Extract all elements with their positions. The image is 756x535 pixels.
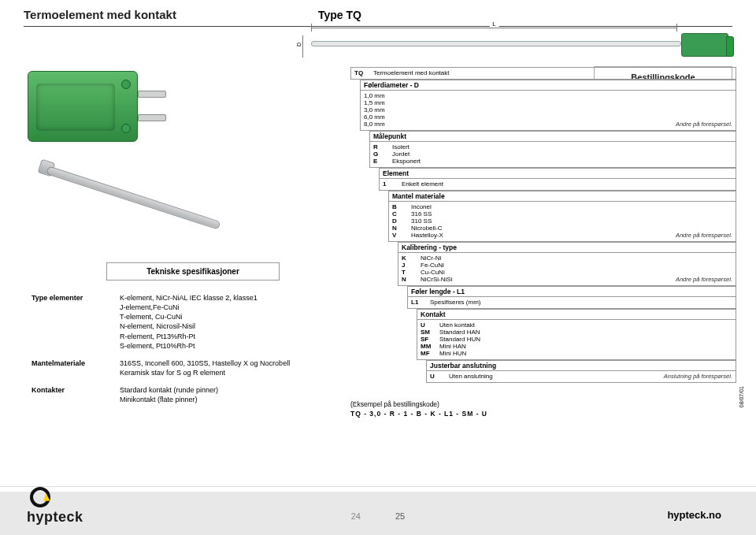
code: L1 <box>411 299 425 306</box>
txt: Inconel <box>411 203 732 210</box>
probe-top-diagram: L D <box>311 24 728 63</box>
txt: Standard HAN <box>439 329 732 336</box>
dimension-diameter: D <box>298 35 306 58</box>
code: N <box>402 276 416 283</box>
txt: Jordet <box>392 150 732 158</box>
txt: Termoelement med kontakt <box>373 69 732 76</box>
logo-mark-icon <box>30 487 50 507</box>
code: MF <box>421 350 435 357</box>
code: C <box>392 210 406 217</box>
type-label: Type TQ <box>318 9 361 21</box>
note: Andre på forespørsel. <box>676 232 732 239</box>
txt: Fe-CuNi <box>421 262 732 269</box>
dim-length-label: L <box>489 20 498 28</box>
order-section-element: Element 1Enkelt element <box>379 168 736 191</box>
section-title: Målepunkt <box>369 131 736 141</box>
spec-row: Type elementer K-element, NiCr-NiAL IEC … <box>32 293 354 351</box>
code: K <box>402 254 416 262</box>
code: T <box>402 269 416 276</box>
txt: Standard HUN <box>439 336 732 343</box>
specs-block: Type elementer K-element, NiCr-NiAL IEC … <box>32 293 354 412</box>
spec-value: 316SS, Inconell 600, 310SS, Hastelloy X … <box>120 359 354 377</box>
code: V <box>392 232 406 239</box>
order-section-mantel: Mantel materiale BInconel C316 SS D310 S… <box>388 191 736 242</box>
example-order-code: (Eksempel på bestillingskode) TQ - 3,0 -… <box>350 400 736 418</box>
plug-large-graphic <box>28 71 169 142</box>
txt: Hastelloy-X <box>411 232 671 239</box>
section-title: Justerbar anslutning <box>426 360 736 370</box>
code: D <box>392 217 406 225</box>
section-title: Føler lengde - L1 <box>407 286 736 296</box>
txt: Cu-CuNi <box>421 269 732 276</box>
note: Anslutning på forespørsel. <box>664 373 732 380</box>
order-section-foler: Føler lengde - L1 L1Spesifiseres (mm) <box>407 286 736 309</box>
order-section-justerbar: Justerbar anslutning UUten anslutningAns… <box>426 360 736 383</box>
site-url: hypteck.no <box>667 509 721 521</box>
spec-row: Mantelmateriale 316SS, Inconell 600, 310… <box>32 359 354 377</box>
page-title: Termoelement med kontakt <box>24 8 176 21</box>
page: Termoelement med kontakt Type TQ L D Bes… <box>0 0 756 535</box>
code: TQ <box>354 69 369 76</box>
code: J <box>402 262 416 269</box>
code: 1 <box>383 180 397 188</box>
code: E <box>373 158 387 165</box>
probe-graphic <box>32 150 236 236</box>
plug-small-graphic <box>681 33 728 57</box>
order-section-diameter: Følerdiameter - D 1,0 mm 1,5 mm 3,0 mm 6… <box>360 80 736 131</box>
spec-value: K-element, NiCr-NiAL IEC klasse 2, klass… <box>120 293 354 351</box>
txt: 3,0 mm <box>364 106 732 113</box>
example-code: TQ - 3,0 - R - 1 - B - K - L1 - SM - U <box>350 410 736 418</box>
tech-spec-heading: Tekniske spesifikasjoner <box>106 262 280 281</box>
txt: 316 SS <box>411 210 732 217</box>
txt: Nicrobell-C <box>411 225 732 232</box>
order-section-malepunkt: Målepunkt RIsolert GJordet EEksponert <box>369 131 736 168</box>
dim-diameter-label: D <box>296 43 302 46</box>
code: U <box>430 373 444 380</box>
section-title: Mantel materiale <box>388 191 736 201</box>
order-key: TQTermoelement med kontakt Følerdiameter… <box>350 67 736 383</box>
txt: Mini HAN <box>439 343 732 350</box>
order-section-kontakt: Kontakt UUten kontakt SMStandard HAN SFS… <box>417 309 736 360</box>
page-numbers: 24 25 <box>351 511 406 521</box>
order-section-kalibrering: Kalibrering - type KNiCr-Ni JFe-CuNi TCu… <box>398 242 736 286</box>
page-left: 24 <box>351 511 361 521</box>
txt: 8,0 mm <box>364 121 671 128</box>
txt: 6,0 mm <box>364 113 732 121</box>
section-title: Kontakt <box>417 309 736 319</box>
section-title: Kalibrering - type <box>398 242 736 252</box>
brand-logo: hypteck <box>27 487 83 526</box>
txt: NiCr-Ni <box>421 254 732 262</box>
code: U <box>421 321 435 329</box>
order-section-tq: TQTermoelement med kontakt <box>350 67 736 80</box>
example-label: (Eksempel på bestillingskode) <box>350 400 736 408</box>
dimension-length: L <box>311 24 677 33</box>
code: MM <box>421 343 435 350</box>
txt: 1,0 mm <box>364 92 732 99</box>
spec-label: Mantelmateriale <box>32 359 120 377</box>
code: SM <box>421 329 435 336</box>
txt: Uten anslutning <box>449 373 659 380</box>
spec-label: Kontakter <box>32 385 120 404</box>
code: G <box>373 150 387 158</box>
section-title: Element <box>379 168 736 178</box>
note: Andre på forespørsel. <box>676 276 732 283</box>
code: R <box>373 143 387 150</box>
spec-row: Kontakter Stardard kontakt (runde pinner… <box>32 385 354 404</box>
code: N <box>392 225 406 232</box>
txt: Eksponert <box>392 158 732 165</box>
txt: Enkelt element <box>402 180 732 188</box>
txt: 1,5 mm <box>364 99 732 106</box>
txt: Spesifiseres (mm) <box>430 299 732 306</box>
section-title: Følerdiameter - D <box>360 80 736 90</box>
code: B <box>392 203 406 210</box>
spec-value: Stardard kontakt (runde pinner) Minikont… <box>120 385 354 404</box>
page-right: 25 <box>395 511 405 521</box>
txt: Isolert <box>392 143 732 150</box>
txt: 310 SS <box>411 217 732 225</box>
txt: Uten kontakt <box>439 321 732 329</box>
spec-label: Type elementer <box>32 293 120 351</box>
revision-code: 08/07/01 <box>739 386 744 407</box>
footer: hypteck 24 25 hypteck.no <box>0 486 756 535</box>
txt: NiCrSi-NiSi <box>421 276 671 283</box>
code: SF <box>421 336 435 343</box>
